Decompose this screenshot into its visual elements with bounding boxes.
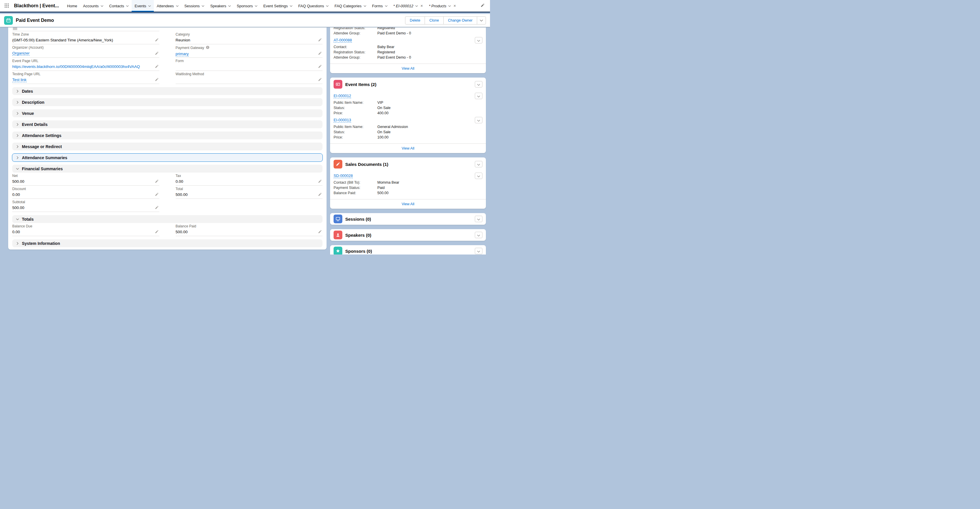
card-title[interactable]: Sponsors (0) — [345, 249, 372, 254]
section-dates[interactable]: Dates — [12, 87, 323, 95]
edit-pencil-icon[interactable] — [155, 192, 159, 197]
more-actions-button[interactable] — [477, 16, 486, 24]
clone-button[interactable]: Clone — [425, 16, 444, 24]
edit-pencil-icon[interactable] — [318, 192, 322, 197]
nav-personalization-button[interactable] — [478, 2, 487, 10]
record-actions-button[interactable] — [475, 173, 482, 179]
view-all-link[interactable]: View All — [402, 146, 414, 151]
event-item-record-link[interactable]: EI-000012 — [334, 94, 351, 98]
edit-pencil-icon[interactable] — [155, 206, 159, 209]
nav-tab-ei-000012[interactable]: * EI-000012✕ — [390, 0, 426, 12]
nav-tab-label: Attendees — [157, 4, 174, 8]
nav-tab-label: Event Settings — [263, 4, 288, 8]
section-message-or-redirect[interactable]: Message or Redirect — [12, 143, 323, 151]
nav-tab-forms[interactable]: Forms — [369, 0, 390, 12]
chevron-down-icon[interactable] — [228, 5, 231, 7]
edit-pencil-icon[interactable] — [318, 230, 322, 234]
section-system-information[interactable]: System Information — [12, 239, 323, 247]
close-icon[interactable]: ✕ — [420, 4, 423, 8]
organizer-link[interactable]: Organizer — [12, 51, 29, 55]
record-actions-button[interactable] — [475, 93, 482, 99]
edit-pencil-icon[interactable] — [155, 230, 159, 234]
chevron-down-icon[interactable] — [202, 5, 204, 7]
card-title[interactable]: Event Items (2) — [345, 82, 377, 87]
section-event-details[interactable]: Event Details — [12, 121, 323, 128]
chevron-right-icon — [16, 242, 19, 245]
chevron-down-icon[interactable] — [126, 5, 129, 7]
record-actions-button[interactable] — [475, 37, 482, 43]
section-financial-summaries[interactable]: Financial Summaries — [12, 165, 323, 173]
card-title[interactable]: Speakers (0) — [345, 233, 371, 238]
section-attendance-settings[interactable]: Attendance Settings — [12, 132, 323, 140]
nav-tab-faq-categories[interactable]: FAQ Categories — [331, 0, 369, 12]
field-organizer-account: Organizer (Account) Organizer — [12, 44, 159, 58]
card-title[interactable]: Sessions (0) — [345, 217, 371, 222]
chevron-down-icon — [477, 118, 480, 122]
event-page-url-link[interactable]: https://events.blackthorn.io/00Df4000004… — [12, 64, 140, 69]
nav-tab-contacts[interactable]: Contacts — [106, 0, 132, 12]
nav-tab-home[interactable]: Home — [64, 0, 80, 12]
nav-tab-event-settings[interactable]: Event Settings — [260, 0, 295, 12]
nav-tab-products[interactable]: * Products✕ — [426, 0, 459, 12]
app-launcher-button[interactable] — [2, 2, 11, 10]
contact-link[interactable]: Baby Bear — [377, 44, 394, 49]
contact-link[interactable]: Momma Bear — [377, 180, 399, 185]
chevron-down-icon[interactable] — [364, 5, 366, 7]
payment-gateway-link[interactable]: primary — [176, 52, 189, 56]
view-all-link[interactable]: View All — [402, 202, 414, 206]
card-title[interactable]: Sales Documents (1) — [345, 162, 388, 167]
related-list-actions-button[interactable] — [475, 161, 482, 167]
nav-tab-accounts[interactable]: Accounts — [80, 0, 106, 12]
related-list-actions-button[interactable] — [475, 81, 482, 87]
section-totals[interactable]: Totals — [12, 215, 323, 223]
related-list-actions-button[interactable] — [475, 216, 482, 222]
chevron-down-icon[interactable] — [148, 5, 151, 7]
change-owner-button[interactable]: Change Owner — [443, 16, 477, 24]
chevron-down-icon[interactable] — [255, 5, 258, 7]
event-item-record-link[interactable]: EI-000013 — [334, 118, 351, 122]
close-icon[interactable]: ✕ — [453, 4, 456, 8]
field-label: Tax — [176, 174, 323, 178]
chevron-down-icon[interactable] — [448, 5, 451, 7]
section-description[interactable]: Description — [12, 98, 323, 106]
nav-tab-sessions[interactable]: Sessions — [181, 0, 207, 12]
chevron-down-icon[interactable] — [101, 5, 103, 7]
edit-pencil-icon[interactable] — [318, 51, 322, 55]
chevron-down-icon[interactable] — [290, 5, 293, 7]
edit-pencil-icon[interactable] — [155, 38, 159, 42]
section-attendance-summaries[interactable]: Attendance Summaries — [12, 154, 323, 162]
detail-row: Price:100.00 — [334, 135, 482, 140]
record-row: AT-000088 — [334, 36, 482, 44]
attendee-record-link[interactable]: AT-000088 — [334, 38, 352, 43]
edit-pencil-icon[interactable] — [318, 38, 322, 42]
attendee-group-link[interactable]: Paid Event Demo - 0 — [377, 55, 411, 60]
edit-pencil-icon[interactable] — [318, 179, 322, 183]
delete-button[interactable]: Delete — [405, 16, 425, 24]
attendee-group-link[interactable]: Paid Event Demo - 0 — [377, 31, 411, 36]
chevron-down-icon[interactable] — [385, 5, 388, 7]
nav-tab-attendees[interactable]: Attendees — [154, 0, 181, 12]
nav-tab-events[interactable]: Events — [132, 0, 154, 12]
view-all-link[interactable]: View All — [402, 67, 414, 71]
chevron-down-icon — [480, 18, 483, 22]
record-actions-button[interactable] — [475, 117, 482, 123]
edit-pencil-icon[interactable] — [155, 51, 159, 55]
sales-document-record-link[interactable]: SD-000028 — [334, 173, 353, 178]
info-icon[interactable] — [206, 46, 210, 51]
chevron-down-icon[interactable] — [176, 5, 178, 7]
related-list-actions-button[interactable] — [475, 248, 482, 254]
chevron-down-icon[interactable] — [326, 5, 329, 7]
edit-pencil-icon[interactable] — [155, 78, 159, 82]
record-row: EI-000013 — [334, 116, 482, 124]
edit-pencil-icon[interactable] — [155, 64, 159, 68]
edit-pencil-icon[interactable] — [318, 78, 322, 82]
chevron-down-icon[interactable] — [415, 5, 418, 7]
testing-page-url-link[interactable]: Test link — [12, 78, 27, 82]
related-list-actions-button[interactable] — [475, 232, 482, 238]
edit-pencil-icon[interactable] — [155, 179, 159, 183]
nav-tab-faq-questions[interactable]: FAQ Questions — [295, 0, 331, 12]
edit-pencil-icon[interactable] — [318, 64, 322, 68]
section-venue[interactable]: Venue — [12, 109, 323, 117]
nav-tab-speakers[interactable]: Speakers — [207, 0, 234, 12]
nav-tab-sponsors[interactable]: Sponsors — [234, 0, 260, 12]
